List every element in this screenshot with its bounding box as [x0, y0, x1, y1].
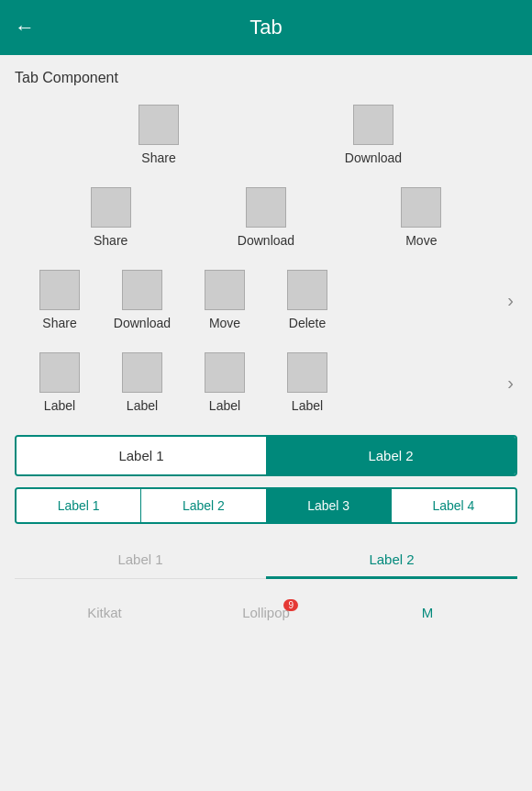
icon-row-4: Label Label Label Label › — [15, 352, 517, 413]
tab2-label1[interactable]: Label 1 — [17, 437, 266, 474]
lollipop-badge: 9 — [283, 599, 298, 611]
label-icon-4 — [287, 352, 327, 393]
icon-item-label-2[interactable]: Label — [101, 352, 183, 413]
row4-chevron[interactable]: › — [507, 373, 514, 394]
move-icon-2 — [401, 187, 441, 228]
download-icon-1 — [353, 105, 393, 145]
header: ← Tab — [0, 0, 532, 55]
label-text-1: Label — [44, 398, 75, 413]
move-label-2: Move — [405, 233, 437, 248]
tab-underline-label1[interactable]: Label 1 — [15, 542, 266, 578]
icon-item-label-3[interactable]: Label — [183, 352, 266, 413]
share-label-1: Share — [141, 150, 175, 165]
icon-row-1: Share Download — [15, 105, 517, 165]
tab-row-underline: Label 1 Label 2 — [15, 542, 517, 579]
tab4-label3[interactable]: Label 3 — [267, 489, 392, 522]
delete-label-3: Delete — [289, 316, 326, 330]
icon-item-label-1[interactable]: Label — [18, 352, 101, 413]
tab-bottom-kitkat[interactable]: Kitkat — [24, 597, 185, 628]
download-label-3: Download — [114, 316, 171, 330]
label-text-3: Label — [209, 398, 240, 413]
label-icon-2 — [122, 352, 162, 393]
share-icon-2 — [91, 187, 131, 228]
share-icon-1 — [139, 105, 179, 145]
label-icon-3 — [205, 352, 245, 393]
tab-row-2: Label 1 Label 2 — [15, 435, 517, 476]
share-label-3: Share — [42, 316, 76, 330]
icon-item-share-2[interactable]: Share — [61, 187, 161, 248]
tab2-label2[interactable]: Label 2 — [266, 437, 515, 474]
header-title: Tab — [50, 16, 482, 39]
download-label-2: Download — [238, 233, 294, 248]
label-text-2: Label — [127, 398, 158, 413]
tab4-label4[interactable]: Label 4 — [392, 489, 515, 522]
content: Tab Component Share Download Share Downl… — [0, 55, 532, 642]
download-icon-2 — [246, 187, 286, 228]
icon-row-3: Share Download Move Delete › — [15, 270, 517, 330]
label-icon-1 — [39, 352, 80, 393]
icon-item-download-2[interactable]: Download — [216, 187, 316, 248]
row3-chevron[interactable]: › — [507, 290, 514, 311]
move-label-3: Move — [209, 316, 240, 330]
label-text-4: Label — [292, 398, 323, 413]
tab-row-4: Label 1 Label 2 Label 3 Label 4 — [15, 487, 517, 524]
icon-item-move-2[interactable]: Move — [371, 187, 471, 248]
tab-bottom-m[interactable]: M — [347, 597, 508, 628]
move-icon-3 — [205, 270, 245, 310]
tab4-label2[interactable]: Label 2 — [141, 489, 266, 522]
share-icon-3 — [39, 270, 80, 310]
section-title: Tab Component — [15, 70, 517, 86]
tab-underline-label2[interactable]: Label 2 — [266, 542, 517, 579]
download-label-1: Download — [345, 150, 402, 165]
tab4-label1[interactable]: Label 1 — [17, 489, 141, 522]
download-icon-3 — [122, 270, 162, 310]
icon-item-download-3[interactable]: Download — [101, 270, 183, 330]
delete-icon-3 — [287, 270, 327, 310]
icon-item-share-3[interactable]: Share — [18, 270, 101, 330]
icon-item-label-4[interactable]: Label — [266, 352, 349, 413]
icon-item-move-3[interactable]: Move — [183, 270, 266, 330]
icon-item-download-1[interactable]: Download — [323, 105, 424, 165]
tabs-section: Label 1 Label 2 Label 1 Label 2 Label 3 … — [15, 435, 517, 628]
tab-row-bottom: Kitkat Lollipop 9 M — [15, 597, 517, 628]
tab-bottom-lollipop[interactable]: Lollipop 9 — [185, 597, 347, 628]
back-button[interactable]: ← — [15, 16, 35, 39]
icon-item-share-1[interactable]: Share — [108, 105, 209, 165]
icon-row-2: Share Download Move — [15, 187, 517, 248]
share-label-2: Share — [94, 233, 127, 248]
icon-item-delete-3[interactable]: Delete — [266, 270, 349, 330]
